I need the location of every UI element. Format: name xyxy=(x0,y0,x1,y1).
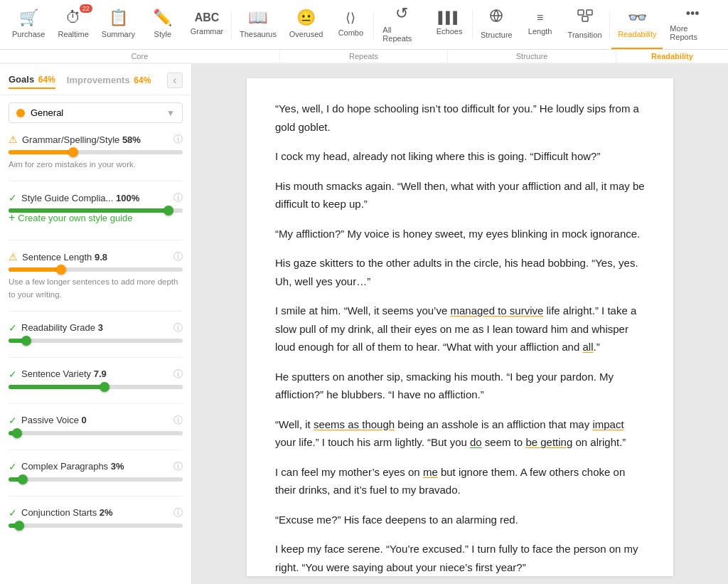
goal-sentence-length-header: ⚠ Sentence Length 9.8 ⓘ xyxy=(9,250,183,263)
toolbar-purchase-label: Purchase xyxy=(12,30,45,38)
goal-conjunction-starts-title: Conjunction Starts 2% xyxy=(21,507,169,518)
check-icon: ✓ xyxy=(9,192,17,203)
toolbar-combo-label: Combo xyxy=(338,28,363,37)
thesaurus-icon: 📖 xyxy=(248,9,267,27)
main-toolbar: 🛒 Purchase ⏱ 22 Realtime 📋 Summary ✏️ St… xyxy=(0,0,728,50)
toolbar-more-reports[interactable]: ••• More Reports xyxy=(663,0,722,50)
toolbar-readability[interactable]: 👓 Readability xyxy=(611,0,663,50)
paragraph-3: His mouth smacks again. “Well then, what… xyxy=(275,177,645,213)
toolbar-all-repeats[interactable]: ↺ All Repeats xyxy=(375,0,428,50)
paragraph-10: “Excuse me?” His face deepens to an alar… xyxy=(275,511,645,529)
info-icon-7[interactable]: ⓘ xyxy=(173,460,183,473)
toolbar-style[interactable]: ✏️ Style xyxy=(141,0,184,50)
slider-thumb-7[interactable] xyxy=(18,474,28,484)
goal-complex-paragraphs-slider[interactable] xyxy=(9,477,183,482)
goal-grammar: ⚠ Grammar/Spelling/Style 58% ⓘ Aim for z… xyxy=(9,133,183,181)
toolbar-echoes-label: Echoes xyxy=(437,27,463,36)
toolbar-more-reports-label: More Reports xyxy=(670,24,715,41)
slider-thumb-2[interactable] xyxy=(164,206,173,216)
general-dropdown[interactable]: General ▼ xyxy=(9,102,183,123)
info-icon[interactable]: ⓘ xyxy=(173,133,183,146)
all-repeats-icon: ↺ xyxy=(395,4,408,23)
sidebar-tabs: Goals 64% Improvements 64% ‹ xyxy=(0,71,191,95)
info-icon-4[interactable]: ⓘ xyxy=(173,322,183,334)
slider-thumb[interactable] xyxy=(68,147,78,157)
goal-readability-slider[interactable] xyxy=(9,339,183,343)
highlight-impact: impact xyxy=(592,418,623,430)
warning-icon-2: ⚠ xyxy=(9,251,18,262)
paragraph-2: I cock my head, already not liking where… xyxy=(275,147,645,166)
toolbar-thesaurus[interactable]: 📖 Thesaurus xyxy=(233,0,283,50)
toolbar-realtime[interactable]: ⏱ 22 Realtime xyxy=(51,0,95,50)
info-icon-6[interactable]: ⓘ xyxy=(173,414,183,427)
slider-fill xyxy=(9,150,73,154)
tab-goals[interactable]: Goals 64% xyxy=(9,71,55,89)
goal-passive-voice-value: 0 xyxy=(82,415,87,425)
sidebar-collapse-button[interactable]: ‹ xyxy=(167,73,183,88)
goals-badge: 64% xyxy=(38,75,55,85)
purchase-icon: 🛒 xyxy=(19,9,38,27)
goal-passive-voice-slider[interactable] xyxy=(9,431,183,435)
grammar-icon: ABC xyxy=(195,11,220,24)
info-icon-2[interactable]: ⓘ xyxy=(173,191,183,204)
toolbar-combo[interactable]: ⟨⟩ Combo xyxy=(329,0,372,50)
slider-thumb-8[interactable] xyxy=(14,521,24,531)
toolbar-structure[interactable]: Structure xyxy=(474,0,519,50)
goal-grammar-value: 58% xyxy=(122,134,141,145)
goal-sentence-length-description: Use a few longer sentences to add more d… xyxy=(9,276,183,301)
slider-thumb-6[interactable] xyxy=(12,428,22,438)
toolbar-transition[interactable]: Transition xyxy=(562,0,609,50)
goal-grammar-slider[interactable] xyxy=(9,150,183,154)
readability-icon: 👓 xyxy=(628,9,647,27)
overused-icon: 😐 xyxy=(296,9,316,27)
toolbar-echoes[interactable]: ▌▌▌ Echoes xyxy=(428,0,471,50)
goal-grammar-description: Aim for zero mistakes in your work. xyxy=(9,159,183,171)
goal-sentence-length-value: 9.8 xyxy=(95,252,107,262)
goal-complex-paragraphs-header: ✓ Complex Paragraphs 3% ⓘ xyxy=(9,460,183,473)
toolbar-length-label: Length xyxy=(528,27,552,36)
create-link-text: Create your own style guide xyxy=(18,213,132,223)
goal-sentence-variety-value: 7.9 xyxy=(94,368,107,379)
cat-core: Core xyxy=(0,50,280,63)
slider-thumb-5[interactable] xyxy=(100,382,109,392)
tab-improvements[interactable]: Improvements 64% xyxy=(67,72,151,88)
highlight-me: me xyxy=(423,466,438,478)
goal-sentence-length-slider[interactable] xyxy=(9,267,183,272)
goal-sentence-variety: ✓ Sentence Variety 7.9 ⓘ xyxy=(9,368,183,404)
toolbar-overused[interactable]: 😐 Overused xyxy=(283,0,330,50)
sidebar: Goals 64% Improvements 64% ‹ General ▼ ⚠… xyxy=(0,64,192,584)
goal-style-guide-slider[interactable] xyxy=(9,208,183,213)
create-style-guide-link[interactable]: + Create your own style guide xyxy=(9,211,183,224)
info-icon-3[interactable]: ⓘ xyxy=(173,250,183,263)
combo-icon: ⟨⟩ xyxy=(346,10,355,26)
warning-icon: ⚠ xyxy=(9,134,18,145)
check-icon-3: ✓ xyxy=(9,368,17,380)
goal-readability: ✓ Readability Grade 3 ⓘ xyxy=(9,322,183,358)
highlight-be-getting: be getting xyxy=(525,436,572,448)
check-icon-5: ✓ xyxy=(9,461,17,472)
highlight-managed-to-survive: managed to survive xyxy=(450,304,543,317)
style-icon: ✏️ xyxy=(153,9,172,27)
toolbar-purchase[interactable]: 🛒 Purchase xyxy=(6,0,51,50)
goal-sentence-variety-slider[interactable] xyxy=(9,385,183,389)
toolbar-summary[interactable]: 📋 Summary xyxy=(95,0,141,50)
goal-conjunction-starts-slider[interactable] xyxy=(9,524,183,528)
goal-sentence-length-title: Sentence Length 9.8 xyxy=(22,252,169,262)
toolbar-grammar[interactable]: ABC Grammar xyxy=(184,0,230,50)
toolbar-length[interactable]: ≡ Length xyxy=(519,0,562,50)
info-icon-5[interactable]: ⓘ xyxy=(173,368,183,381)
toolbar-readability-label: Readability xyxy=(618,30,656,38)
goal-sentence-variety-header: ✓ Sentence Variety 7.9 ⓘ xyxy=(9,368,183,381)
slider-thumb-3[interactable] xyxy=(56,265,66,275)
content-area[interactable]: “Yes, well, I do hope schooling isn’t to… xyxy=(192,64,728,584)
slider-thumb-4[interactable] xyxy=(21,336,31,346)
info-icon-8[interactable]: ⓘ xyxy=(173,506,183,519)
toolbar-summary-label: Summary xyxy=(102,30,135,38)
cat-readability: Readability xyxy=(616,50,728,63)
paragraph-9: I can feel my mother’s eyes on me but ig… xyxy=(275,463,645,499)
highlight-all: all xyxy=(582,341,593,353)
goal-complex-paragraphs-value: 3% xyxy=(111,461,124,472)
goal-style-guide-title: Style Guide Complia... 100% xyxy=(21,193,169,203)
toolbar-all-repeats-label: All Repeats xyxy=(382,26,421,43)
goal-style-guide: ✓ Style Guide Complia... 100% ⓘ + Create… xyxy=(9,191,183,240)
